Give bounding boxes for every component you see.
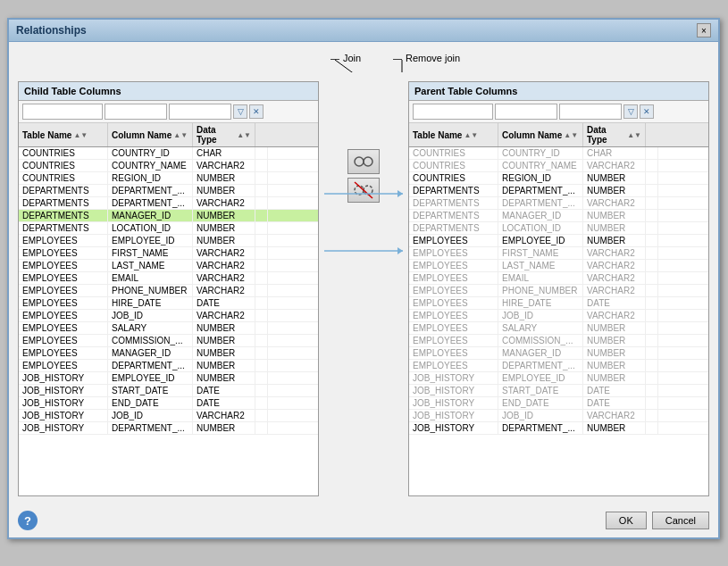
child-table-row[interactable]: EMPLOYEES LAST_NAME VARCHAR2 (19, 260, 318, 272)
parent-table-row[interactable]: EMPLOYEES PHONE_NUMBER VARCHAR2 (409, 285, 708, 297)
parent-table-row[interactable]: EMPLOYEES HIRE_DATE DATE (409, 297, 708, 310)
cancel-button[interactable]: Cancel (652, 512, 709, 529)
parent-table-body[interactable]: COUNTRIES COUNTRY_ID CHAR COUNTRIES COUN… (409, 147, 708, 495)
child-table-row[interactable]: EMPLOYEES PHONE_NUMBER VARCHAR2 (19, 285, 318, 297)
parent-table-row[interactable]: EMPLOYEES FIRST_NAME VARCHAR2 (409, 247, 708, 260)
child-table-row[interactable]: EMPLOYEES EMPLOYEE_ID NUMBER (19, 235, 318, 247)
parent-table-row[interactable]: EMPLOYEES LAST_NAME VARCHAR2 (409, 260, 708, 272)
child-filter-clear-icon[interactable]: ✕ (249, 104, 264, 119)
parent-table-row[interactable]: EMPLOYEES COMMISSION_... NUMBER (409, 335, 708, 347)
panels-container: Child Table Columns ▽ ✕ Table Name ▲▼ Co… (18, 81, 709, 496)
close-button[interactable]: × (697, 23, 711, 37)
parent-cell-table: EMPLOYEES (409, 272, 498, 284)
parent-table-row[interactable]: DEPARTMENTS LOCATION_ID NUMBER (409, 222, 708, 235)
join-button[interactable] (347, 149, 380, 174)
child-table-panel: Child Table Columns ▽ ✕ Table Name ▲▼ Co… (18, 81, 319, 496)
child-cell-type: VARCHAR2 (193, 410, 255, 421)
parent-cell-table: JOB_HISTORY (409, 397, 498, 409)
child-cell-table: COUNTRIES (19, 147, 108, 159)
remove-join-button[interactable] (347, 178, 380, 203)
parent-table-row[interactable]: DEPARTMENTS DEPARTMENT_... VARCHAR2 (409, 197, 708, 210)
parent-table-row[interactable]: JOB_HISTORY START_DATE DATE (409, 385, 708, 397)
child-cell-table: EMPLOYEES (19, 347, 108, 359)
parent-cell-column: EMPLOYEE_ID (498, 372, 583, 384)
child-table-row[interactable]: JOB_HISTORY DEPARTMENT_... NUMBER (19, 422, 318, 435)
parent-cell-type: CHAR (583, 147, 646, 159)
child-table-row[interactable]: EMPLOYEES MANAGER_ID NUMBER (19, 347, 318, 360)
child-cell-table: EMPLOYEES (19, 260, 108, 271)
parent-table-row[interactable]: JOB_HISTORY JOB_ID VARCHAR2 (409, 410, 708, 422)
child-table-row[interactable]: EMPLOYEES SALARY NUMBER (19, 322, 318, 335)
child-table-row[interactable]: EMPLOYEES EMAIL VARCHAR2 (19, 272, 318, 285)
child-cell-table: DEPARTMENTS (19, 185, 108, 196)
help-button[interactable]: ? (18, 511, 38, 530)
child-table-row[interactable]: EMPLOYEES JOB_ID VARCHAR2 (19, 310, 318, 322)
sort-icon-2[interactable]: ▲▼ (173, 131, 188, 139)
child-table-body[interactable]: COUNTRIES COUNTRY_ID CHAR COUNTRIES COUN… (19, 147, 318, 495)
child-table-row[interactable]: EMPLOYEES DEPARTMENT_... NUMBER (19, 360, 318, 372)
child-table-row[interactable]: JOB_HISTORY JOB_ID VARCHAR2 (19, 410, 318, 422)
parent-sort-icon-2[interactable]: ▲▼ (564, 131, 578, 139)
parent-filter-input-3[interactable] (559, 104, 622, 120)
child-table-row[interactable]: DEPARTMENTS DEPARTMENT_... NUMBER (19, 185, 318, 197)
child-cell-table: EMPLOYEES (19, 360, 108, 371)
relationships-dialog: Relationships × — Join — Remove join Chi… (7, 18, 720, 539)
child-filter-icon[interactable]: ▽ (233, 104, 247, 119)
parent-table-row[interactable]: EMPLOYEES JOB_ID VARCHAR2 (409, 310, 708, 322)
sort-icon-1[interactable]: ▲▼ (73, 131, 88, 139)
child-table-row[interactable]: JOB_HISTORY EMPLOYEE_ID NUMBER (19, 372, 318, 385)
parent-table-row[interactable]: COUNTRIES COUNTRY_ID CHAR (409, 147, 708, 160)
dialog-title: Relationships (16, 24, 87, 37)
ok-button[interactable]: OK (606, 512, 647, 529)
parent-table-row[interactable]: JOB_HISTORY EMPLOYEE_ID NUMBER (409, 372, 708, 385)
parent-table-row[interactable]: JOB_HISTORY DEPARTMENT_... NUMBER (409, 422, 708, 435)
child-table-row[interactable]: COUNTRIES REGION_ID NUMBER (19, 172, 318, 185)
parent-cell-table: EMPLOYEES (409, 297, 498, 309)
parent-cell-column: DEPARTMENT_... (498, 185, 583, 196)
parent-filter-input-1[interactable] (413, 104, 493, 120)
child-table-row[interactable]: JOB_HISTORY START_DATE DATE (19, 385, 318, 397)
parent-filter-icon[interactable]: ▽ (623, 104, 638, 119)
parent-cell-column: HIRE_DATE (498, 297, 583, 309)
parent-table-row[interactable]: EMPLOYEES DEPARTMENT_... NUMBER (409, 360, 708, 372)
child-table-row[interactable]: DEPARTMENTS DEPARTMENT_... VARCHAR2 (19, 197, 318, 210)
parent-filter-clear-icon[interactable]: ✕ (640, 104, 654, 119)
child-cell-type: CHAR (193, 147, 255, 159)
child-table-row[interactable]: JOB_HISTORY END_DATE DATE (19, 397, 318, 410)
parent-sort-icon-1[interactable]: ▲▼ (464, 131, 478, 139)
child-table-row[interactable]: COUNTRIES COUNTRY_ID CHAR (19, 147, 318, 160)
child-cell-table: DEPARTMENTS (19, 197, 108, 209)
parent-table-row[interactable]: JOB_HISTORY END_DATE DATE (409, 397, 708, 410)
child-filter-input-2[interactable] (105, 104, 167, 120)
parent-cell-type: NUMBER (583, 322, 646, 334)
parent-cell-column: REGION_ID (498, 172, 583, 184)
child-cell-table: EMPLOYEES (19, 235, 108, 246)
parent-table-row[interactable]: EMPLOYEES SALARY NUMBER (409, 322, 708, 335)
parent-cell-table: EMPLOYEES (409, 347, 498, 359)
child-filter-input-3[interactable] (169, 104, 231, 120)
parent-table-row[interactable]: EMPLOYEES EMAIL VARCHAR2 (409, 272, 708, 285)
svg-marker-7 (397, 190, 403, 197)
child-filter-input-1[interactable] (22, 104, 103, 120)
parent-cell-type: VARCHAR2 (583, 410, 646, 421)
parent-table-row[interactable]: EMPLOYEES MANAGER_ID NUMBER (409, 347, 708, 360)
child-table-row[interactable]: EMPLOYEES FIRST_NAME VARCHAR2 (19, 247, 318, 260)
parent-cell-column: JOB_ID (498, 310, 583, 321)
parent-filter-input-2[interactable] (495, 104, 557, 120)
parent-table-row[interactable]: COUNTRIES COUNTRY_NAME VARCHAR2 (409, 160, 708, 172)
child-cell-table: EMPLOYEES (19, 310, 108, 321)
parent-cell-column: JOB_ID (498, 410, 583, 421)
child-table-row[interactable]: EMPLOYEES COMMISSION_... NUMBER (19, 335, 318, 347)
parent-table-row[interactable]: EMPLOYEES EMPLOYEE_ID NUMBER (409, 235, 708, 247)
parent-table-row[interactable]: DEPARTMENTS MANAGER_ID NUMBER (409, 210, 708, 222)
child-table-row[interactable]: EMPLOYEES HIRE_DATE DATE (19, 297, 318, 310)
parent-table-row[interactable]: DEPARTMENTS DEPARTMENT_... NUMBER (409, 185, 708, 197)
child-table-row[interactable]: DEPARTMENTS MANAGER_ID NUMBER (19, 210, 318, 222)
parent-table-row[interactable]: COUNTRIES REGION_ID NUMBER (409, 172, 708, 185)
child-table-row[interactable]: DEPARTMENTS LOCATION_ID NUMBER (19, 222, 318, 235)
child-cell-table: JOB_HISTORY (19, 385, 108, 396)
parent-sort-icon-3[interactable]: ▲▼ (627, 131, 641, 139)
child-cell-table: EMPLOYEES (19, 335, 108, 346)
sort-icon-3[interactable]: ▲▼ (237, 131, 251, 139)
child-table-row[interactable]: COUNTRIES COUNTRY_NAME VARCHAR2 (19, 160, 318, 172)
